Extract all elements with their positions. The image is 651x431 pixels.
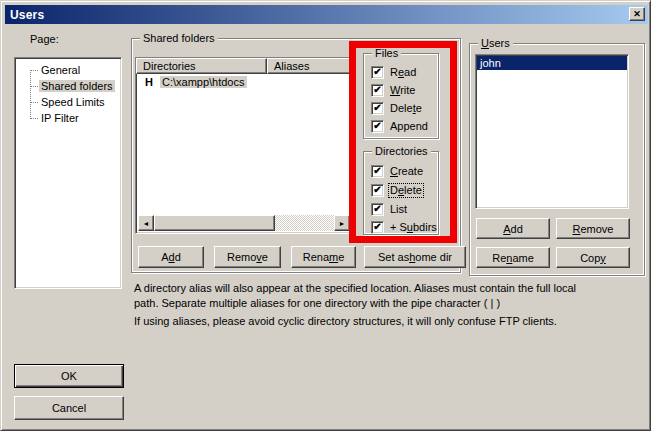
column-header-aliases[interactable]: Aliases: [267, 58, 352, 74]
window-title: Users: [10, 8, 44, 22]
users-list: john: [475, 54, 629, 209]
delete-dirs-checkbox-label[interactable]: Delete: [389, 184, 423, 197]
write-checkbox[interactable]: ✔: [371, 84, 384, 97]
user-list-item[interactable]: john: [477, 56, 627, 70]
list-checkbox[interactable]: ✔: [371, 203, 384, 216]
delete-dirs-checkbox[interactable]: ✔: [371, 184, 384, 197]
close-icon: ✕: [633, 9, 641, 19]
directory-path: C:\xampp\htdocs: [160, 76, 247, 88]
shared-folders-list: Directories Aliases H C:\xampp\htdocs ◄ …: [135, 57, 353, 234]
check-icon: ✔: [373, 120, 381, 131]
close-button[interactable]: ✕: [629, 7, 645, 21]
tree-item-ip-filter[interactable]: IP Filter: [15, 110, 121, 126]
shared-folders-group-label: Shared folders: [140, 32, 218, 45]
delete-files-checkbox[interactable]: ✔: [371, 102, 384, 115]
tree-item-general[interactable]: General: [15, 62, 121, 78]
subdirs-checkbox-row[interactable]: ✔ + Subdirs: [371, 220, 438, 234]
tree-branch-icon: [30, 70, 38, 71]
alias-note-line1: A directory alias will also appear at th…: [134, 282, 576, 295]
add-directory-button[interactable]: Add: [138, 246, 204, 268]
write-checkbox-label[interactable]: Write: [389, 84, 416, 97]
rename-directory-button[interactable]: Rename: [291, 246, 356, 268]
append-checkbox[interactable]: ✔: [371, 120, 384, 133]
tree-item-label: Speed Limits: [39, 96, 107, 108]
directories-permissions-group: Directories ✔ Create ✔ Delete ✔ List ✔ +…: [363, 151, 439, 235]
title-bar[interactable]: Users ✕: [5, 5, 648, 24]
page-label: Page:: [30, 33, 59, 45]
horizontal-scrollbar: ◄ ►: [138, 215, 350, 231]
cyclic-note: If using aliases, please avoid cyclic di…: [134, 315, 557, 328]
delete-files-checkbox-row[interactable]: ✔ Delete: [371, 101, 423, 115]
subdirs-checkbox[interactable]: ✔: [371, 221, 384, 234]
delete-dirs-checkbox-row[interactable]: ✔ Delete: [371, 183, 423, 197]
check-icon: ✔: [373, 203, 381, 214]
cancel-button[interactable]: Cancel: [14, 396, 124, 420]
page-tree: General Shared folders Speed Limits IP F…: [14, 57, 122, 289]
scroll-right-button[interactable]: ►: [334, 215, 350, 231]
directories-group-label: Directories: [372, 145, 431, 158]
ok-button[interactable]: OK: [14, 364, 124, 388]
tree-branch-icon: [30, 86, 38, 87]
add-user-button[interactable]: Add: [476, 218, 550, 239]
check-icon: ✔: [373, 84, 381, 95]
users-group-label: Users: [478, 37, 513, 50]
tree-item-label: IP Filter: [39, 112, 81, 124]
remove-user-button[interactable]: Remove: [556, 218, 630, 239]
files-group-label: Files: [372, 47, 401, 60]
users-dialog-window: Users ✕ Page: General Shared folders Spe…: [0, 0, 651, 431]
tree-branch-icon: [30, 102, 38, 103]
tree-branch-icon: [30, 118, 38, 119]
copy-user-button[interactable]: Copy: [556, 247, 630, 268]
list-checkbox-row[interactable]: ✔ List: [371, 202, 408, 216]
check-icon: ✔: [373, 102, 381, 113]
scroll-left-button[interactable]: ◄: [138, 215, 154, 231]
scrollbar-track[interactable]: [154, 215, 334, 231]
alias-note-line2: path. Separate multiple aliases for one …: [134, 297, 500, 310]
append-checkbox-label[interactable]: Append: [389, 120, 429, 133]
home-flag: H: [145, 76, 153, 88]
tree-item-label: General: [39, 64, 82, 76]
read-checkbox[interactable]: ✔: [371, 66, 384, 79]
scroll-left-icon: ◄: [143, 220, 150, 227]
tree-item-shared-folders[interactable]: Shared folders: [15, 78, 121, 94]
tree-item-speed-limits[interactable]: Speed Limits: [15, 94, 121, 110]
rename-user-button[interactable]: Rename: [476, 247, 550, 268]
list-checkbox-label[interactable]: List: [389, 203, 408, 216]
check-icon: ✔: [373, 66, 381, 77]
column-header-directories[interactable]: Directories: [136, 58, 267, 74]
read-checkbox-label[interactable]: Read: [389, 66, 417, 79]
check-icon: ✔: [373, 184, 381, 195]
subdirs-checkbox-label[interactable]: + Subdirs: [389, 221, 438, 234]
write-checkbox-row[interactable]: ✔ Write: [371, 83, 416, 97]
append-checkbox-row[interactable]: ✔ Append: [371, 119, 429, 133]
directory-list-row[interactable]: H C:\xampp\htdocs: [136, 74, 352, 90]
create-checkbox-label[interactable]: Create: [389, 165, 424, 178]
create-checkbox[interactable]: ✔: [371, 165, 384, 178]
tree-item-label: Shared folders: [39, 80, 115, 92]
create-checkbox-row[interactable]: ✔ Create: [371, 164, 424, 178]
check-icon: ✔: [373, 165, 381, 176]
check-icon: ✔: [373, 221, 381, 232]
list-header: Directories Aliases: [136, 58, 352, 74]
delete-files-checkbox-label[interactable]: Delete: [389, 102, 423, 115]
files-permissions-group: Files ✔ Read ✔ Write ✔ Delete ✔ Append: [363, 53, 439, 139]
scrollbar-thumb[interactable]: [154, 215, 275, 231]
remove-directory-button[interactable]: Remove: [214, 246, 281, 268]
set-as-home-dir-button[interactable]: Set as home dir: [364, 246, 466, 268]
scroll-right-icon: ►: [339, 220, 346, 227]
read-checkbox-row[interactable]: ✔ Read: [371, 65, 417, 79]
